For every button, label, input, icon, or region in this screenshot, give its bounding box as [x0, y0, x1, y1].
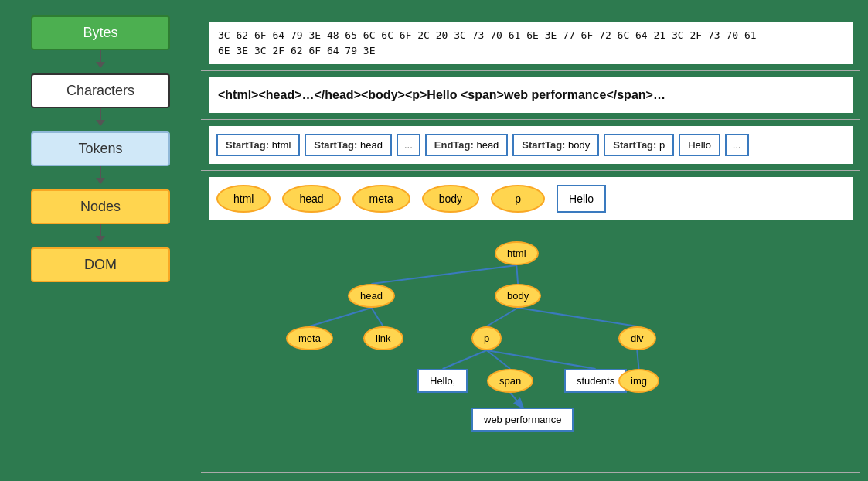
token-startp: StartTag: p [604, 134, 674, 156]
nodes-row: html head meta body p Hello [209, 177, 853, 220]
characters-label: Characters [66, 83, 134, 98]
characters-html: <html><head>…</head><body><p>Hello <span… [218, 88, 665, 101]
characters-box: Characters [31, 73, 170, 108]
dom-node-body: body [495, 284, 541, 308]
nodes-label: Nodes [80, 199, 121, 214]
token-ellipsis1: ... [397, 134, 420, 156]
svg-line-6 [443, 350, 487, 369]
token-ellipsis2: ... [725, 134, 749, 156]
tokens-section: StartTag: html StartTag: head ... EndTag… [201, 120, 860, 171]
dom-node-p: p [471, 326, 502, 350]
bytes-section: 3C 62 6F 64 79 3E 48 65 6C 6C 6F 2C 20 3… [201, 15, 860, 71]
dom-node-head: head [348, 284, 395, 308]
dom-section: htmlheadbodymetalinkpdivHello,spanstuden… [201, 227, 860, 473]
dom-node-link: link [363, 326, 403, 350]
tokens-row: StartTag: html StartTag: head ... EndTag… [209, 126, 853, 164]
content-column: 3C 62 6F 64 79 3E 48 65 6C 6C 6F 2C 20 3… [201, 8, 860, 473]
token-starthead: StartTag: head [305, 134, 392, 156]
characters-content: <html><head>…</head><body><p>Hello <span… [209, 77, 853, 113]
node-html: html [216, 185, 271, 213]
dom-node-html: html [495, 241, 539, 265]
token-starthtml: StartTag: html [216, 134, 300, 156]
svg-line-1 [516, 265, 518, 284]
node-head: head [282, 185, 340, 213]
arrow-nodes-to-dom [96, 224, 105, 247]
dom-tree: htmlheadbodymetalinkpdivHello,spanstuden… [209, 234, 853, 419]
svg-line-10 [510, 393, 523, 408]
node-meta: meta [352, 185, 410, 213]
dom-node-div: div [618, 326, 656, 350]
bytes-label: Bytes [83, 25, 117, 40]
dom-node-span: span [487, 369, 533, 393]
token-endhead: EndTag: head [425, 134, 509, 156]
svg-line-9 [637, 350, 638, 369]
token-startbody: StartTag: body [512, 134, 599, 156]
arrow-bytes-to-chars [96, 50, 105, 73]
dom-node-students: students [564, 369, 627, 393]
svg-line-4 [487, 308, 518, 326]
svg-line-5 [518, 308, 637, 326]
pipeline-column: Bytes Characters Tokens Nodes DOM [8, 8, 193, 473]
token-hello: Hello [679, 134, 720, 156]
dom-box: DOM [31, 247, 170, 282]
hex-text: 3C 62 6F 64 79 3E 48 65 6C 6C 6F 2C 20 3… [218, 29, 757, 56]
svg-line-2 [309, 308, 371, 326]
dom-node-img: img [618, 369, 659, 393]
dom-node-hello: Hello, [417, 369, 468, 393]
bytes-box: Bytes [31, 15, 170, 50]
dom-node-meta: meta [286, 326, 333, 350]
arrow-chars-to-tokens [96, 108, 105, 131]
node-hello-rect: Hello [557, 185, 606, 213]
svg-line-0 [371, 265, 516, 284]
characters-section: <html><head>…</head><body><p>Hello <span… [201, 71, 860, 120]
node-p: p [491, 185, 545, 213]
svg-line-7 [487, 350, 510, 369]
svg-line-8 [487, 350, 596, 369]
nodes-box: Nodes [31, 189, 170, 224]
arrow-tokens-to-nodes [96, 166, 105, 189]
dom-label: DOM [84, 257, 117, 272]
tokens-box: Tokens [31, 131, 170, 166]
nodes-section: html head meta body p Hello [201, 171, 860, 227]
svg-line-3 [371, 308, 383, 326]
dom-node-webperf: web performance [471, 408, 574, 432]
tokens-label: Tokens [78, 141, 122, 156]
node-body: body [422, 185, 479, 213]
bytes-hex: 3C 62 6F 64 79 3E 48 65 6C 6C 6F 2C 20 3… [209, 22, 853, 64]
